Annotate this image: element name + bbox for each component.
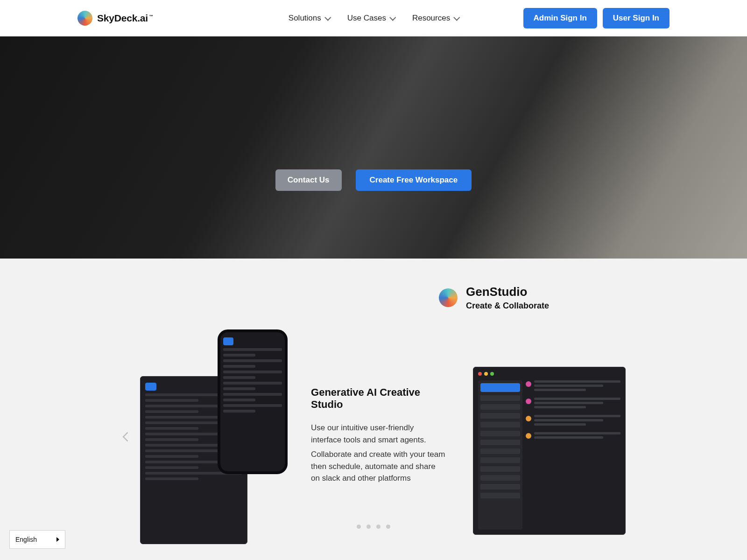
mock-main-panel xyxy=(526,380,620,530)
carousel-dot[interactable] xyxy=(376,525,381,529)
feature-subtitle: Create & Collaborate xyxy=(466,301,549,311)
mock-phone xyxy=(218,329,288,474)
nav-item-solutions[interactable]: Solutions xyxy=(289,14,330,23)
nav-item-label: Solutions xyxy=(289,14,321,23)
nav-item-resources[interactable]: Resources xyxy=(412,14,458,23)
logo-text: SkyDeck.ai™ xyxy=(97,13,153,24)
carousel-dots xyxy=(357,525,390,529)
logo-icon xyxy=(78,11,92,26)
feature-title: GenStudio xyxy=(466,285,549,299)
carousel-prev-button[interactable] xyxy=(120,430,133,443)
triangle-right-icon xyxy=(56,537,59,542)
slide-paragraph: Collaborate and create with your team th… xyxy=(311,448,445,484)
feature-header-text: GenStudio Create & Collaborate xyxy=(466,285,549,311)
logo-word: SkyDeck.ai xyxy=(97,13,148,23)
nav-right: Admin Sign In User Sign In xyxy=(523,8,669,28)
nav-item-use-cases[interactable]: Use Cases xyxy=(347,14,395,23)
user-signin-button[interactable]: User Sign In xyxy=(603,8,669,28)
slide-heading: Generative AI Creative Studio xyxy=(311,386,445,411)
nav-item-label: Use Cases xyxy=(347,14,386,23)
top-nav: SkyDeck.ai™ Solutions Use Cases Resource… xyxy=(0,0,747,36)
language-selector[interactable]: English xyxy=(9,530,65,549)
logo-tm: ™ xyxy=(149,14,153,19)
language-label: English xyxy=(15,536,37,543)
carousel-dot[interactable] xyxy=(357,525,361,529)
carousel-dot[interactable] xyxy=(386,525,390,529)
screenshot-app-window xyxy=(473,367,626,535)
contact-us-button[interactable]: Contact Us xyxy=(275,169,342,191)
nav-center: Solutions Use Cases Resources xyxy=(289,14,458,23)
create-workspace-button[interactable]: Create Free Workspace xyxy=(356,169,472,191)
carousel: Generative AI Creative Studio Use our in… xyxy=(0,329,747,544)
carousel-dot[interactable] xyxy=(366,525,371,529)
hero-buttons: Contact Us Create Free Workspace xyxy=(275,169,472,191)
feature-header: GenStudio Create & Collaborate xyxy=(439,285,747,311)
slide-paragraph: Use our intuitive user-friendly interfac… xyxy=(311,422,445,446)
mock-chip xyxy=(145,383,156,391)
window-traffic-lights xyxy=(478,372,620,376)
mock-new-conv-button xyxy=(480,383,520,392)
feature-section: GenStudio Create & Collaborate xyxy=(0,259,747,560)
chevron-left-icon xyxy=(120,430,133,443)
mock-chip xyxy=(223,337,233,345)
mock-sidebar xyxy=(478,380,522,530)
admin-signin-button[interactable]: Admin Sign In xyxy=(523,8,597,28)
slide-text: Generative AI Creative Studio Use our in… xyxy=(311,386,445,487)
chevron-down-icon xyxy=(454,14,460,21)
chevron-down-icon xyxy=(324,14,331,21)
logo[interactable]: SkyDeck.ai™ xyxy=(78,11,153,26)
hero-section: Contact Us Create Free Workspace xyxy=(0,36,747,259)
chevron-down-icon xyxy=(389,14,396,21)
nav-item-label: Resources xyxy=(412,14,450,23)
genstudio-icon xyxy=(439,288,458,307)
screenshot-mobile-desktop xyxy=(140,329,288,544)
